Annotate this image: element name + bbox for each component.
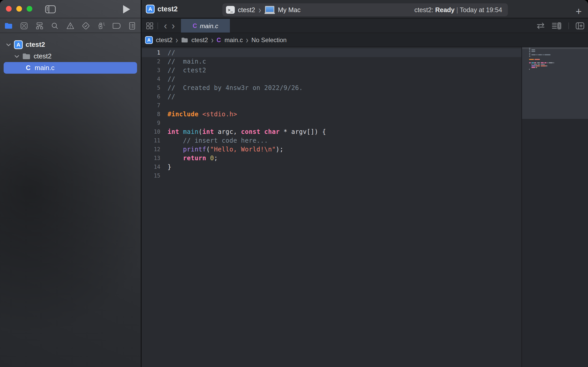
jumpbar-file[interactable]: main.c (224, 36, 243, 44)
code-line[interactable]: 8#include <stdio.h> (142, 110, 521, 119)
line-number[interactable]: 6 (142, 94, 160, 100)
code-text: // ctest2 (168, 67, 206, 74)
tree-item-project[interactable]: A ctest2 (0, 39, 141, 50)
line-number[interactable]: 15 (142, 173, 160, 179)
c-file-icon: C (217, 37, 221, 44)
test-navigator-icon[interactable] (81, 21, 90, 30)
line-number[interactable]: 2 (142, 58, 160, 65)
code-text: } (168, 163, 171, 171)
status-separator: | (456, 6, 458, 13)
minimap-mark (529, 69, 530, 70)
code-line[interactable]: 4// (142, 75, 521, 83)
code-line[interactable]: 7 (142, 101, 521, 110)
minimap-current-line-band (522, 48, 588, 49)
scheme-selector[interactable]: >_ ctest2 › My Mac (222, 6, 300, 14)
editor-grid-icon[interactable] (146, 22, 154, 30)
library-add-button[interactable]: + (574, 7, 583, 16)
code-text: return 0; (168, 155, 218, 162)
code-line[interactable]: 1// (142, 48, 521, 57)
find-navigator-icon[interactable] (50, 21, 59, 30)
minimap-viewport (522, 47, 588, 119)
minimap-mark (547, 62, 548, 63)
tab-main-c[interactable]: C main.c (181, 19, 230, 33)
line-number[interactable]: 9 (142, 120, 160, 126)
minimap-mark (533, 64, 537, 65)
tab-bar: ‹ › C main.c (142, 18, 588, 33)
go-forward-button[interactable]: › (169, 21, 177, 31)
line-number[interactable]: 7 (142, 102, 160, 109)
jumpbar-selection[interactable]: No Selection (251, 36, 287, 44)
code-line[interactable]: 9 (142, 119, 521, 127)
code-line[interactable]: 11 // insert code here... (142, 136, 521, 145)
go-back-button[interactable]: ‹ (162, 21, 169, 31)
adjust-editor-options-icon[interactable] (552, 22, 562, 30)
close-button[interactable] (6, 6, 12, 12)
minimap-mark (529, 56, 530, 57)
code-line[interactable]: 14} (142, 163, 521, 171)
code-review-icon[interactable] (536, 22, 545, 29)
line-number[interactable]: 4 (142, 76, 160, 82)
code-text: // main.c (168, 58, 206, 65)
my-mac-icon (265, 6, 275, 14)
debug-navigator-icon[interactable] (97, 21, 106, 30)
code-line[interactable]: 15 (142, 171, 521, 180)
code-line[interactable]: 12 printf("Hello, World!\n"); (142, 145, 521, 154)
add-editor-split-icon[interactable] (576, 22, 584, 30)
tree-item-label: ctest2 (26, 41, 45, 49)
minimize-button[interactable] (16, 6, 22, 12)
project-navigator-folder-icon[interactable] (4, 21, 13, 30)
jumpbar-group[interactable]: ctest2 (191, 36, 208, 44)
disclosure-chevron-icon[interactable] (6, 43, 11, 46)
disclosure-chevron-icon[interactable] (14, 55, 20, 58)
sidebar-toggle-icon[interactable] (45, 5, 56, 13)
line-number[interactable]: 12 (142, 146, 160, 152)
zoom-button[interactable] (27, 6, 32, 12)
c-file-icon: C (26, 64, 31, 72)
code-line[interactable]: 6// (142, 92, 521, 101)
toolbar-separator (157, 22, 158, 29)
minimap-mark (538, 64, 540, 65)
scheme-target-label: ctest2 (238, 6, 255, 14)
tree-item-label: main.c (35, 64, 55, 72)
minimap[interactable] (522, 47, 588, 367)
code-line[interactable]: 2// main.c (142, 57, 521, 66)
breakpoint-navigator-icon[interactable] (112, 21, 121, 30)
build-status[interactable]: ctest2: Ready | Today at 19:54 (414, 6, 508, 14)
minimap-mark (541, 64, 545, 65)
line-number[interactable]: 5 (142, 85, 160, 91)
symbol-navigator-icon[interactable] (35, 21, 44, 30)
code-line[interactable]: 13 return 0; (142, 154, 521, 163)
code-line[interactable]: 5// Created by 4nsw3r on 2022/9/26. (142, 83, 521, 92)
toolbar-separator (568, 22, 569, 29)
minimap-mark (546, 65, 547, 66)
editor-pane: A ctest2 >_ ctest2 › My Mac ctest2: Read… (142, 0, 588, 367)
executable-terminal-icon: >_ (226, 6, 235, 14)
line-number[interactable]: 8 (142, 111, 160, 117)
xcode-project-icon: A (14, 40, 23, 49)
line-number[interactable]: 13 (142, 155, 160, 161)
issue-navigator-icon[interactable] (66, 21, 75, 30)
report-navigator-icon[interactable] (128, 21, 137, 30)
status-state-label: Ready (435, 6, 455, 13)
code-text: // insert code here... (168, 137, 268, 144)
sidebar-titlebar (0, 0, 141, 18)
scheme-destination-label: My Mac (278, 6, 301, 14)
code-line[interactable]: 3// ctest2 (142, 66, 521, 75)
run-button[interactable] (123, 5, 130, 13)
line-number[interactable]: 3 (142, 67, 160, 73)
tree-item-file-selected[interactable]: C main.c (4, 62, 137, 74)
tree-item-group[interactable]: ctest2 (0, 50, 141, 62)
line-number[interactable]: 11 (142, 137, 160, 144)
minimap-mark (529, 49, 530, 50)
code-text: // Created by 4nsw3r on 2022/9/26. (168, 84, 303, 91)
line-number[interactable]: 1 (142, 50, 160, 56)
line-number[interactable]: 14 (142, 164, 160, 170)
source-control-navigator-icon[interactable] (20, 21, 28, 30)
code-text: int main(int argc, const char * argv[]) … (168, 128, 326, 135)
minimap-mark (538, 54, 542, 55)
line-number[interactable]: 10 (142, 129, 160, 135)
file-tree: A ctest2 ctest2 C main.c (0, 33, 141, 74)
code-lines: 1//2// main.c3// ctest24//5// Created by… (142, 48, 521, 180)
jumpbar-project[interactable]: ctest2 (156, 36, 172, 44)
code-line[interactable]: 10int main(int argc, const char * argv[]… (142, 127, 521, 136)
